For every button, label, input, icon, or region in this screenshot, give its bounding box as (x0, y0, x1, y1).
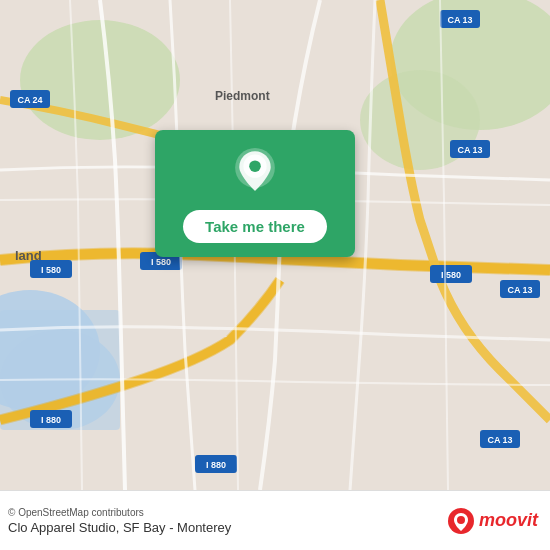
svg-text:I 880: I 880 (206, 460, 226, 470)
svg-text:CA 13: CA 13 (447, 15, 472, 25)
copyright-attribution: © OpenStreetMap contributors (8, 507, 231, 518)
svg-text:CA 13: CA 13 (457, 145, 482, 155)
svg-point-31 (249, 160, 261, 172)
svg-text:I 580: I 580 (41, 265, 61, 275)
moovit-brand-name: moovit (479, 510, 538, 531)
svg-text:CA 13: CA 13 (487, 435, 512, 445)
take-me-there-button[interactable]: Take me there (183, 210, 327, 243)
svg-text:CA 13: CA 13 (507, 285, 532, 295)
bottom-bar: © OpenStreetMap contributors Clo Apparel… (0, 490, 550, 550)
svg-text:Piedmont: Piedmont (215, 89, 270, 103)
location-pin-icon (231, 148, 279, 196)
moovit-logo-icon (447, 507, 475, 535)
map-container: I 580 I 580 I 580 I 880 I 880 CA 13 CA 1… (0, 0, 550, 490)
svg-text:CA 24: CA 24 (17, 95, 42, 105)
svg-text:I 580: I 580 (151, 257, 171, 267)
svg-text:I 880: I 880 (41, 415, 61, 425)
moovit-logo: moovit (447, 507, 538, 535)
location-card: Take me there (155, 130, 355, 257)
svg-text:land: land (15, 248, 42, 263)
app-location-info: Clo Apparel Studio, SF Bay - Monterey (8, 520, 231, 535)
svg-point-33 (457, 516, 465, 524)
